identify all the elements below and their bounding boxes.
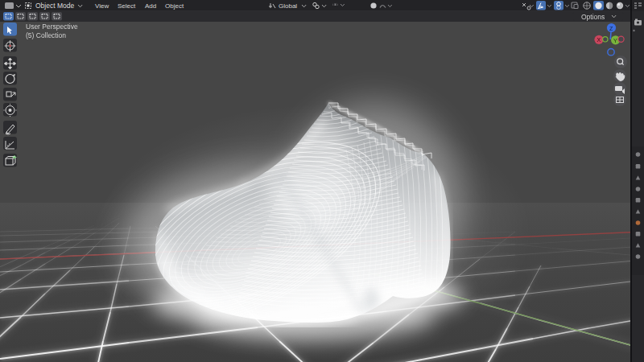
- svg-text:Object: Object: [165, 2, 184, 10]
- svg-text:(5) Collection: (5) Collection: [26, 31, 66, 39]
- svg-text:User Perspective: User Perspective: [26, 23, 78, 31]
- svg-text:View: View: [95, 2, 109, 10]
- svg-text:Select: Select: [118, 2, 136, 10]
- svg-text:Options: Options: [581, 13, 605, 21]
- svg-text:Add: Add: [145, 2, 156, 10]
- svg-text:Y: Y: [613, 38, 617, 43]
- svg-text:Z: Z: [609, 26, 613, 31]
- svg-text:Object Mode: Object Mode: [35, 2, 74, 10]
- svg-text:X: X: [597, 37, 601, 43]
- svg-text:Global: Global: [279, 2, 297, 10]
